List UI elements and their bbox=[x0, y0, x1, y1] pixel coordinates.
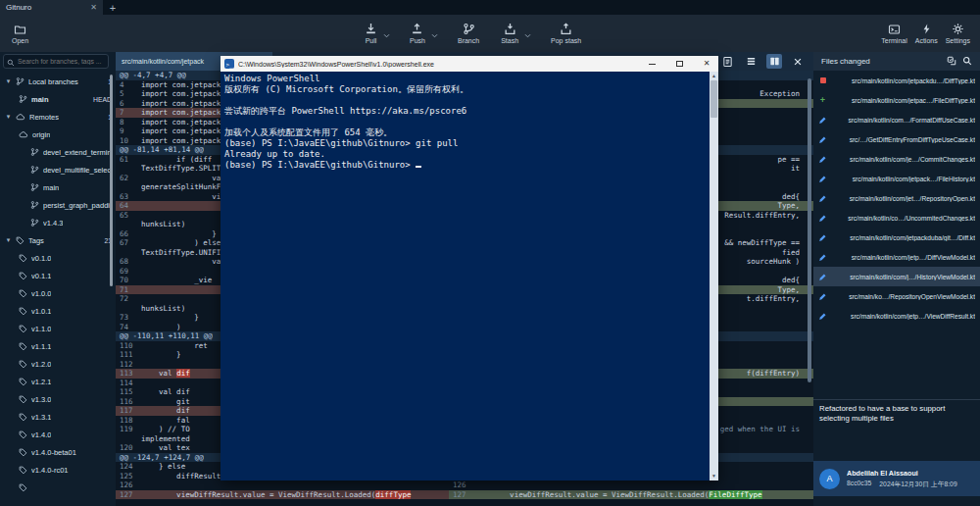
tree-item-v1-4-0-beta01[interactable]: v1.4.0-beta01 bbox=[0, 443, 116, 461]
line-number: 67 bbox=[116, 238, 141, 248]
file-row[interactable]: src/main/kotlin/com/jetpack…/FileHistory… bbox=[813, 169, 980, 188]
avatar: A bbox=[819, 469, 840, 489]
tree-item-main[interactable]: mainHEAD bbox=[0, 90, 116, 108]
chevron-down-icon[interactable]: ▾ bbox=[5, 77, 12, 85]
tab-gitnuro[interactable]: Gitnuro ✕ bbox=[0, 0, 103, 15]
line-number: 73 bbox=[116, 313, 141, 323]
file-row[interactable]: src/main/kotlin/com/jetpackdu…/DiffType.… bbox=[813, 71, 980, 90]
scroll-up-icon[interactable]: ▲ bbox=[711, 72, 716, 80]
actions-button[interactable]: Actions bbox=[911, 17, 942, 50]
open-button[interactable]: Open bbox=[8, 17, 32, 50]
maximize-button[interactable] bbox=[667, 56, 691, 72]
branch-button[interactable]: Branch bbox=[454, 17, 483, 50]
file-row[interactable]: src/main/kotlin/co…/UncommitedChanges.kt bbox=[813, 208, 980, 228]
diff-row-old: 126 bbox=[116, 481, 449, 490]
tree-item-v1-3-1[interactable]: v1.3.1 bbox=[0, 408, 116, 426]
search-input[interactable] bbox=[18, 58, 104, 65]
file-row[interactable]: src/main/kotlin/com/jetpackduba/git…/Dif… bbox=[813, 228, 980, 247]
tree-item-empty[interactable] bbox=[0, 479, 116, 496]
powershell-title-bar[interactable]: >_ C:\Windows\System32\WindowsPowerShell… bbox=[220, 56, 718, 72]
scroll-down-icon[interactable]: ▼ bbox=[711, 472, 716, 481]
open-button-label: Open bbox=[12, 37, 28, 44]
search-files-icon[interactable] bbox=[962, 56, 972, 68]
line-number: 10 bbox=[116, 136, 141, 146]
line-number: 118 bbox=[116, 416, 141, 426]
line-number: 127 bbox=[116, 490, 141, 500]
tree-item-v1-3-0[interactable]: v1.3.0 bbox=[0, 390, 116, 408]
tree-item-v1-0-1[interactable]: v1.0.1 bbox=[0, 302, 116, 320]
stash-button[interactable]: Stash bbox=[497, 17, 522, 50]
split-view-icon[interactable] bbox=[766, 54, 782, 69]
line-number: 7 bbox=[116, 108, 141, 118]
file-row[interactable]: src/main/kotlin/com…/FormatDiffUseCase.k… bbox=[813, 110, 980, 129]
tag-icon bbox=[19, 413, 27, 422]
file-path: src/main/kotlin/com/j…/HistoryViewModel.… bbox=[832, 274, 975, 280]
pull-button[interactable]: Pull bbox=[361, 17, 381, 50]
minimize-button[interactable] bbox=[640, 56, 663, 72]
tree-item-v1-1-1[interactable]: v1.1.1 bbox=[0, 337, 116, 355]
file-path: src/main/kotlin/com/jetp…/DiffViewModel.… bbox=[832, 254, 975, 261]
file-path: src/main/ko…/RepositoryOpenViewModel.kt bbox=[832, 293, 975, 300]
tree-item-devel-extend-termina[interactable]: devel_extend_termina bbox=[0, 143, 116, 161]
file-row[interactable]: src/main/kotlin/com/je…/CommitChanges.kt bbox=[813, 149, 980, 169]
stash-dropdown[interactable] bbox=[522, 17, 533, 50]
modified-pencil-icon bbox=[818, 214, 827, 223]
file-row[interactable]: src/…/GetDiffEntryFromDiffTypeUseCase.kt bbox=[813, 129, 980, 149]
branch-search-box[interactable] bbox=[3, 54, 109, 69]
scroll-thumb[interactable] bbox=[710, 80, 717, 118]
file-row[interactable]: +src/main/kotlin/com/jetpac…/FileDiffTyp… bbox=[813, 90, 980, 110]
tree-item-v1-4-0-rc01[interactable]: v1.4.0-rc01 bbox=[0, 461, 116, 479]
file-row[interactable]: src/main/ko…/RepositoryOpenViewModel.kt bbox=[813, 286, 980, 306]
sidebar-scrollbar[interactable] bbox=[110, 75, 113, 286]
powershell-title: C:\Windows\System32\WindowsPowerShell\v1… bbox=[238, 61, 636, 68]
tree-item-label: main bbox=[43, 183, 59, 192]
tree-item-main[interactable]: main bbox=[0, 178, 116, 196]
code-text bbox=[474, 481, 813, 490]
tree-item-v1-1-0[interactable]: v1.1.0 bbox=[0, 320, 116, 337]
tree-item-persist-graph-paddin[interactable]: persist_graph_paddin bbox=[0, 196, 116, 214]
file-row[interactable]: src/main/kotlin/com/jetp…/ViewDiffResult… bbox=[813, 306, 980, 326]
push-dropdown[interactable] bbox=[429, 17, 440, 50]
tree-item-remotes[interactable]: ▾Remotes1 bbox=[0, 108, 116, 126]
file-row[interactable]: src/main/kotlin/com/jet…/RepositoryOpen.… bbox=[813, 188, 980, 208]
tree-item-v1-4-0[interactable]: v1.4.0 bbox=[0, 426, 116, 443]
line-number: 68 bbox=[116, 257, 141, 267]
tree-item-v0-1-0[interactable]: v0.1.0 bbox=[0, 249, 116, 267]
chevron-down-icon[interactable]: ▾ bbox=[5, 236, 12, 244]
file-path: src/main/kotlin/com/jetp…/ViewDiffResult… bbox=[832, 313, 975, 320]
lightning-icon bbox=[921, 23, 932, 35]
terminal-button[interactable]: Terminal bbox=[877, 17, 910, 50]
chevron-down-icon[interactable]: ▾ bbox=[5, 113, 12, 121]
tree-item-v1-2-1[interactable]: v1.2.1 bbox=[0, 373, 116, 390]
line-number: 127 bbox=[449, 490, 474, 500]
terminal-scrollbar[interactable]: ▲ ▼ bbox=[710, 72, 718, 481]
tree-item-v0-1-1[interactable]: v0.1.1 bbox=[0, 267, 116, 284]
settings-button[interactable]: Settings bbox=[942, 17, 974, 50]
tree-item-label: v1.1.0 bbox=[31, 325, 51, 333]
modified-pencil-icon bbox=[818, 135, 827, 144]
file-document-icon[interactable] bbox=[719, 54, 735, 69]
tree-item-v1-4-3[interactable]: v1.4.3 bbox=[0, 214, 116, 231]
diff-scrollbar[interactable] bbox=[808, 78, 811, 382]
powershell-window[interactable]: >_ C:\Windows\System32\WindowsPowerShell… bbox=[220, 56, 718, 481]
close-diff-icon[interactable] bbox=[790, 54, 806, 69]
close-window-button[interactable]: ✕ bbox=[695, 56, 718, 72]
tree-item-v1-0-0[interactable]: v1.0.0 bbox=[0, 284, 116, 302]
multiselect-icon[interactable] bbox=[947, 56, 956, 68]
tab-close-icon[interactable]: ✕ bbox=[90, 3, 97, 12]
tag-icon bbox=[19, 378, 27, 386]
tag-icon bbox=[19, 342, 27, 351]
tree-item-v1-2-0[interactable]: v1.2.0 bbox=[0, 355, 116, 373]
file-row[interactable]: src/main/kotlin/com/j…/HistoryViewModel.… bbox=[813, 267, 980, 286]
tree-item-devel-multifile-select[interactable]: devel_multifile_select bbox=[0, 161, 116, 178]
pull-dropdown[interactable] bbox=[381, 17, 392, 50]
file-row[interactable]: src/main/kotlin/com/jetp…/DiffViewModel.… bbox=[813, 247, 980, 267]
line-number: 114 bbox=[116, 379, 141, 388]
push-button[interactable]: Push bbox=[406, 17, 429, 50]
tree-item-origin[interactable]: origin bbox=[0, 126, 116, 143]
unified-view-icon[interactable] bbox=[743, 54, 759, 69]
pop-stash-button[interactable]: Pop stash bbox=[547, 17, 585, 50]
tree-item-local-branches[interactable]: ▾Local branches1 bbox=[0, 73, 116, 90]
tree-item-tags[interactable]: ▾Tags21 bbox=[0, 231, 116, 249]
new-tab-button[interactable]: + bbox=[103, 0, 122, 15]
